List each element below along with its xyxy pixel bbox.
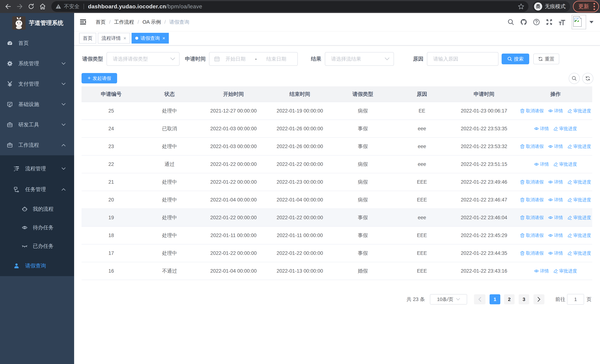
browser-menu-kebab-icon[interactable] (593, 3, 595, 10)
table-row[interactable]: 19处理中2022-01-22 00:00:002022-01-22 00:00… (82, 209, 592, 226)
cancel-action-link[interactable]: 取消请假 (520, 143, 544, 149)
page-size-select[interactable]: 10条/页 (430, 294, 467, 305)
table-row[interactable]: 18处理中2022-01-11 00:00:002022-01-11 00:00… (82, 226, 592, 244)
cancel-action-link[interactable]: 取消请假 (520, 250, 544, 256)
progress-action-link[interactable]: 审批进度 (553, 126, 577, 131)
browser-reload-icon[interactable] (27, 2, 35, 10)
reset-button[interactable]: 重置 (533, 54, 559, 64)
progress-action-link[interactable]: 审批进度 (567, 250, 591, 256)
sidebar-item-my-processes[interactable]: 我的流程 (0, 200, 74, 218)
table-row[interactable]: 22通过2022-01-22 00:00:002022-01-22 00:00:… (82, 155, 592, 173)
cell-end: 2022-01-11 00:00:00 (269, 226, 331, 244)
browser-update-button[interactable]: 更新 (573, 1, 599, 12)
sidebar-item-infrastructure[interactable]: 基础设施 (0, 94, 74, 114)
close-icon[interactable]: × (162, 36, 165, 41)
sidebar-item-workflow[interactable]: 工作流程 (0, 135, 74, 155)
breadcrumb-separator: / (138, 19, 139, 25)
detail-action-link[interactable]: 详情 (534, 268, 549, 274)
cancel-action-link[interactable]: 取消请假 (520, 215, 544, 221)
table-search-toggle-button[interactable] (569, 73, 580, 84)
chevron-down-icon (62, 62, 66, 65)
sidebar-item-leave-query[interactable]: 请假查询 (0, 255, 74, 276)
goto-page-input[interactable]: 1 (567, 294, 584, 305)
detail-action-link[interactable]: 详情 (548, 250, 563, 256)
sidebar-item-home[interactable]: 首页 (0, 33, 74, 53)
avatar-broken-image[interactable] (572, 15, 586, 29)
table-row[interactable]: 17处理中2022-01-22 00:00:002022-01-22 00:00… (82, 244, 592, 262)
sidebar-item-dev-tools[interactable]: 研发工具 (0, 114, 74, 135)
progress-action-link[interactable]: 审批进度 (553, 161, 577, 167)
help-icon[interactable] (533, 19, 540, 26)
hamburger-icon[interactable] (80, 19, 86, 25)
progress-action-link[interactable]: 审批进度 (567, 215, 591, 221)
fullscreen-icon[interactable] (546, 19, 553, 26)
table-refresh-button[interactable] (582, 73, 593, 84)
detail-action-link[interactable]: 详情 (534, 126, 549, 131)
breadcrumb-item[interactable]: 工作流程 (114, 19, 134, 25)
sidebar-item-payment[interactable]: 支付管理 (0, 74, 74, 94)
table-row[interactable]: 16不通过2022-01-04 00:00:002022-01-13 00:00… (82, 262, 592, 280)
update-label[interactable]: 更新 (578, 3, 589, 10)
progress-action-link[interactable]: 审批进度 (567, 233, 591, 238)
detail-action-link[interactable]: 详情 (548, 143, 563, 149)
progress-action-link[interactable]: 审批进度 (567, 108, 591, 114)
cancel-action-link[interactable]: 取消请假 (520, 197, 544, 203)
close-icon[interactable]: × (123, 36, 126, 41)
sidebar-item-task-management[interactable]: 任务管理 (0, 179, 74, 200)
sidebar-item-system[interactable]: 系统管理 (0, 53, 74, 74)
detail-action-link[interactable]: 详情 (534, 161, 549, 167)
font-size-icon[interactable] (559, 19, 565, 26)
sidebar-item-done-tasks[interactable]: 已办任务 (0, 237, 74, 255)
security-label[interactable]: 不安全 (64, 3, 79, 10)
progress-action-link[interactable]: 审批进度 (567, 179, 591, 185)
search-icon[interactable] (507, 19, 514, 26)
breadcrumb-item[interactable]: OA 示例 (142, 19, 161, 25)
url-host[interactable]: dashboard.yudao.iocoder.cn (88, 3, 166, 10)
cell-actions: 取消请假详情审批进度 (519, 226, 592, 244)
detail-action-link[interactable]: 详情 (548, 215, 563, 221)
sidebar-item-process-management[interactable]: 流程管理 (0, 158, 74, 179)
prev-page-button[interactable] (474, 294, 486, 304)
progress-action-link[interactable]: 审批进度 (553, 268, 577, 274)
cancel-action-link[interactable]: 取消请假 (520, 108, 544, 114)
search-button[interactable]: 搜索 (502, 54, 529, 64)
address-bar[interactable]: 不安全 dashboard.yudao.iocoder.cn/bpm/oa/le… (51, 1, 528, 12)
sidebar-logo[interactable]: 芋道管理系统 (0, 13, 74, 33)
bookmark-star-icon[interactable] (518, 3, 525, 10)
browser-forward-icon[interactable] (16, 2, 24, 10)
github-icon[interactable] (520, 19, 527, 26)
table-row[interactable]: 20处理中2022-01-04 00:00:002022-01-04 00:00… (82, 191, 592, 209)
table-row[interactable]: 21处理中2022-01-22 00:00:002022-01-23 00:00… (82, 173, 592, 191)
detail-action-link[interactable]: 详情 (548, 179, 563, 185)
detail-action-link[interactable]: 详情 (548, 197, 563, 203)
progress-action-link[interactable]: 审批进度 (567, 143, 591, 149)
detail-action-link[interactable]: 详情 (548, 108, 563, 114)
tab-home[interactable]: 首页 (79, 33, 96, 44)
sidebar-item-todo-tasks[interactable]: 待办任务 (0, 218, 74, 237)
browser-back-icon[interactable] (4, 2, 12, 10)
cancel-action-link[interactable]: 取消请假 (520, 233, 544, 238)
tab-process-detail[interactable]: 流程详情 × (98, 33, 130, 44)
table-row[interactable]: 23处理中2022-01-03 00:00:002022-01-26 00:00… (82, 138, 592, 155)
tab-leave-query[interactable]: 请假查询 × (131, 33, 169, 44)
reason-input[interactable]: 请输入原因 (427, 52, 498, 66)
page-button-3[interactable]: 3 (519, 294, 529, 304)
page-button-2[interactable]: 2 (504, 294, 515, 304)
table-row[interactable]: 25处理中2021-12-27 00:00:002022-01-19 00:00… (82, 102, 592, 120)
next-page-button[interactable] (534, 294, 544, 304)
breadcrumb-item[interactable]: 首页 (96, 19, 106, 25)
browser-home-icon[interactable] (38, 2, 47, 10)
cell-start: 2022-01-11 00:00:00 (198, 226, 269, 244)
leave-type-select[interactable]: 请选择请假类型 (107, 52, 179, 66)
cancel-action-link[interactable]: 取消请假 (520, 179, 544, 185)
result-select[interactable]: 请选择流结果 (325, 52, 394, 66)
caret-down-icon[interactable] (590, 21, 593, 23)
progress-action-link[interactable]: 审批进度 (567, 197, 591, 203)
date-end-placeholder[interactable]: 结束日期 (261, 56, 292, 62)
detail-action-link[interactable]: 详情 (548, 233, 563, 238)
date-start-placeholder[interactable]: 开始日期 (220, 56, 251, 62)
apply-time-range-picker[interactable]: 开始日期 - 结束日期 (209, 52, 298, 66)
page-button-1[interactable]: 1 (489, 294, 500, 304)
table-row[interactable]: 24已取消2022-01-03 00:00:002022-01-26 00:00… (82, 120, 592, 138)
create-leave-button[interactable]: + 发起请假 (82, 73, 117, 84)
